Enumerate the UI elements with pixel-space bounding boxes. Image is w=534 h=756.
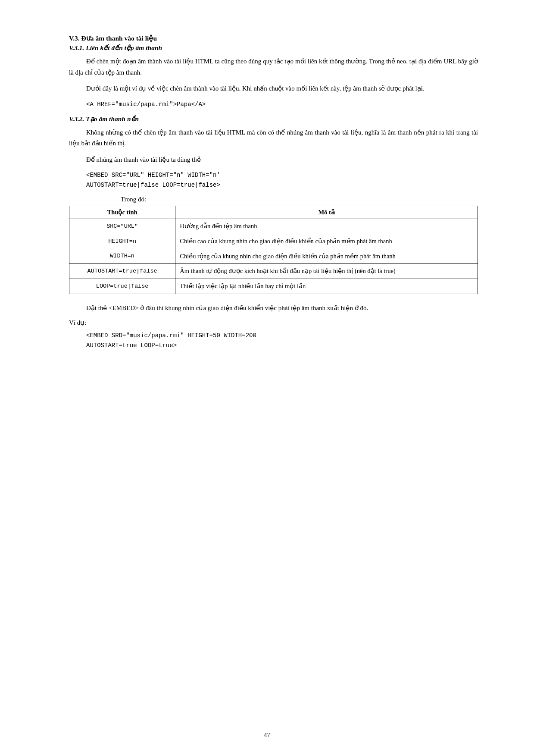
table-row: LOOP=true|falseThiết lập việc lặp lại nh…	[69, 279, 478, 294]
table-cell-attr: WIDTH=n	[69, 249, 175, 264]
table-row: HEIGHT=nChiều cao của khung nhìn cho gia…	[69, 234, 478, 249]
table-cell-attr: HEIGHT=n	[69, 234, 175, 249]
table-cell-attr: LOOP=true|false	[69, 279, 175, 294]
attributes-table: Thuộc tính Mô tả SRC="URL"Đường dẫn đến …	[69, 206, 478, 294]
table-cell-desc: Chiều rộng của khung nhìn cho giao diện …	[175, 249, 478, 264]
table-cell-desc: Thiết lập việc lặp lại nhiều lần hay chỉ…	[175, 279, 478, 294]
paragraph-3: Không những có thể chèn tệp âm thanh vào…	[69, 127, 478, 149]
table-cell-attr: SRC="URL"	[69, 219, 175, 234]
section-v32-title: V.3.2. Tạo âm thanh nền	[69, 115, 478, 123]
table-cell-desc: Đường dẫn đến tệp âm thanh	[175, 219, 478, 234]
code-block-2: <EMBED SRC="URL" HEIGHT="n" WIDTH="n' AU…	[86, 170, 478, 190]
code-block-3: <EMBED SRD="music/papa.rmi" HEIGHT=50 WI…	[86, 331, 478, 350]
table-cell-attr: AUTOSTART=true|false	[69, 264, 175, 279]
paragraph-4: Để nhúng âm thanh vào tài liệu ta dùng t…	[69, 154, 478, 166]
paragraph-2: Dưới đây là một ví dụ về việc chèn âm th…	[69, 83, 478, 94]
table-header-desc: Mô tả	[175, 206, 478, 219]
table-row: AUTOSTART=true|falseÂm thanh tự động đượ…	[69, 264, 478, 279]
table-cell-desc: Âm thanh tự động được kích hoạt khi bắt …	[175, 264, 478, 279]
page: V.3. Đưa âm thanh vào tài liệu V.3.1. Li…	[0, 0, 534, 756]
section-v31-title: V.3.1. Liên kết đến tệp âm thanh	[69, 44, 478, 52]
trong-do-label: Trong đó:	[121, 196, 478, 203]
code-block-1: <A HREF="music/papa.rmi">Papa</A>	[86, 100, 478, 109]
table-row: SRC="URL"Đường dẫn đến tệp âm thanh	[69, 219, 478, 234]
paragraph-5: Đặt thẻ <EMBED> ở đâu thì khung nhìn của…	[69, 303, 478, 314]
paragraph-1: Để chèn một đoạn âm thành vào tài liệu H…	[69, 56, 478, 78]
vi-du-label: Ví dụ:	[69, 319, 478, 326]
table-row: WIDTH=nChiều rộng của khung nhìn cho gia…	[69, 249, 478, 264]
table-header-attr: Thuộc tính	[69, 206, 175, 219]
section-v3-title: V.3. Đưa âm thanh vào tài liệu	[69, 35, 478, 42]
page-number: 47	[264, 731, 270, 739]
table-cell-desc: Chiều cao của khung nhìn cho giao diện đ…	[175, 234, 478, 249]
